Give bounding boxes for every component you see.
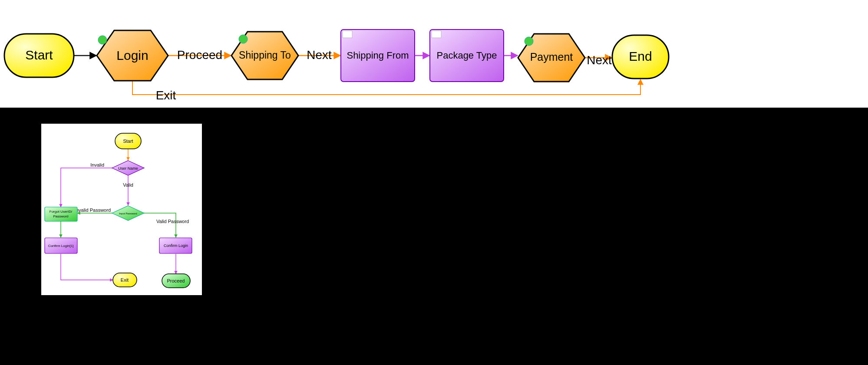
svg-rect-4 <box>343 31 352 38</box>
node-shipping-to-label: Shipping To <box>239 49 291 61</box>
sub-edge-label-valid-password: Valid Password <box>156 219 189 224</box>
edge-label-exit: Exit <box>156 89 176 102</box>
edge-label-proceed: Proceed <box>177 48 222 62</box>
node-package-type: Package Type <box>430 30 504 82</box>
edge-label-next2: Next <box>587 53 612 67</box>
gear-icon <box>525 37 533 46</box>
sub-node-confirm1-label: Confirm Login[1] <box>48 244 74 248</box>
sub-edge-label-invalid: Invalid <box>90 162 104 168</box>
gear-icon <box>98 36 107 44</box>
sub-node-exit-label: Exit <box>121 277 129 283</box>
sub-node-forgot-label-2: Password <box>53 214 68 218</box>
sub-node-forgot-label-1: Forgot UserID/ <box>50 210 73 214</box>
node-start: Start <box>4 34 74 77</box>
sub-node-proceed-label: Proceed <box>167 278 185 283</box>
edge-label-next1: Next <box>307 48 332 62</box>
node-shipping-from-label: Shipping From <box>347 50 409 61</box>
node-payment-label: Payment <box>530 51 573 63</box>
sub-edge-label-invalid-password: Invalid Password <box>75 207 111 213</box>
svg-rect-6 <box>432 31 441 38</box>
node-start-label: Start <box>25 48 53 62</box>
sub-node-input-password-label: Input Password <box>119 212 137 215</box>
node-end: End <box>612 35 669 79</box>
sub-node-username-label: User Name <box>118 166 138 171</box>
node-end-label: End <box>629 49 652 63</box>
sub-node-start-label: Start <box>123 138 133 144</box>
sub-edge-label-valid: Valid <box>123 182 133 187</box>
sub-node-confirm2-label: Confirm Login <box>164 243 188 248</box>
gear-icon <box>239 35 248 43</box>
node-shipping-from: Shipping From <box>341 30 415 82</box>
node-login-label: Login <box>116 48 148 62</box>
node-package-type-label: Package Type <box>436 50 497 61</box>
